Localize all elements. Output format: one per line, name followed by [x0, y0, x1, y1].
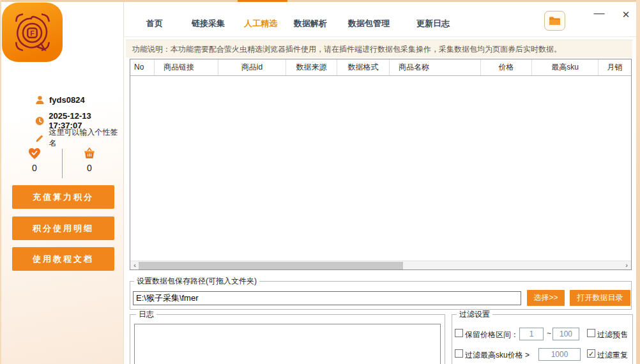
tab-manual-pick[interactable]: 人工精选 — [243, 16, 278, 31]
price-min-input[interactable] — [519, 328, 544, 340]
favorites-icon[interactable] — [20, 148, 49, 162]
scroll-left-arrow[interactable]: ‹ — [130, 261, 139, 269]
basket-icon[interactable] — [75, 148, 103, 162]
data-table: No 商品链接 商品id 数据来源 数据格式 商品名称 价格 最高sku 月销 … — [130, 59, 632, 270]
h-scrollbar[interactable]: ‹ › — [130, 261, 631, 269]
filter-legend: 过滤设置 — [457, 310, 492, 319]
log-textarea[interactable] — [134, 324, 441, 364]
col-max-sku[interactable]: 最高sku — [532, 59, 598, 75]
col-id[interactable]: 商品id — [218, 59, 286, 75]
table-header: No 商品链接 商品id 数据来源 数据格式 商品名称 价格 最高sku 月销 — [130, 59, 631, 76]
tutorial-button[interactable]: 使用教程文档 — [12, 247, 114, 271]
col-name[interactable]: 商品名称 — [390, 59, 481, 75]
notice-bar: 功能说明：本功能需要配合萤火虫精选浏览器插件使用，请在插件端进行数据包采集操作，… — [126, 40, 632, 57]
app-window: 向风萤火虫精选 F — [0, 0, 640, 364]
scroll-right-arrow[interactable]: › — [622, 261, 631, 269]
choose-button[interactable]: 选择>> — [527, 290, 565, 306]
window-right-border — [636, 0, 640, 364]
favorites-count: 0 — [20, 163, 49, 173]
sku-checkbox[interactable] — [455, 349, 463, 358]
filter-row-2: 过滤最高sku价格 > 过滤重复 — [452, 347, 632, 361]
open-dir-button[interactable]: 打开数据目录 — [570, 290, 630, 306]
points-detail-button[interactable]: 积分使用明细 — [12, 216, 114, 240]
path-fieldset: 设置数据包保存路径(可拖入文件夹) 选择>> 打开数据目录 — [130, 281, 632, 310]
keep-price-checkbox[interactable] — [455, 329, 463, 337]
col-link[interactable]: 商品链接 — [155, 59, 218, 75]
tab-data-parse[interactable]: 数据解析 — [293, 16, 328, 31]
log-fieldset: 日志 — [130, 314, 445, 364]
tab-changelog[interactable]: 更新日志 — [415, 16, 451, 31]
duplicate-checkbox[interactable] — [587, 349, 595, 358]
presale-label: 过滤预售 — [597, 330, 628, 340]
path-legend: 设置数据包保存路径(可拖入文件夹) — [134, 277, 259, 285]
col-price[interactable]: 价格 — [481, 59, 532, 75]
tab-package-mgmt[interactable]: 数据包管理 — [347, 16, 391, 31]
duplicate-label: 过滤重复 — [597, 350, 628, 361]
user-icon — [35, 95, 45, 105]
minimize-button[interactable]: — — [589, 6, 609, 24]
sidebar: 向风萤火虫精选 F — [1, 2, 124, 364]
recharge-button[interactable]: 充值算力积分 — [12, 185, 114, 209]
close-icon: ✕ — [622, 9, 630, 20]
price-range-separator: ~ — [547, 329, 551, 338]
price-max-input[interactable] — [552, 328, 579, 340]
keep-price-label: 保留价格区间： — [465, 330, 519, 340]
sku-label: 过滤最高sku价格 > — [465, 350, 530, 361]
tab-home[interactable]: 首页 — [145, 16, 164, 31]
navbar: 首页 链接采集 人工精选 数据解析 数据包管理 更新日志 — ✕ — [124, 2, 636, 37]
path-input[interactable] — [133, 291, 521, 305]
main-area: 首页 链接采集 人工精选 数据解析 数据包管理 更新日志 — ✕ 功能说明：本功… — [124, 2, 636, 364]
tab-link-collect[interactable]: 链接采集 — [190, 16, 226, 31]
col-monthly[interactable]: 月销 — [598, 59, 631, 75]
clock-icon — [35, 116, 44, 126]
minimize-icon: — — [594, 7, 605, 19]
signature-row[interactable]: 这里可以输入个性签名 — [35, 127, 123, 149]
sku-price-input[interactable] — [538, 348, 581, 361]
scroll-thumb[interactable] — [139, 262, 403, 269]
filter-fieldset: 过滤设置 保留价格区间： ~ 过滤预售 过滤最高sku价格 > 过滤重复 — [452, 314, 633, 364]
presale-checkbox[interactable] — [587, 329, 595, 337]
log-legend: 日志 — [136, 310, 156, 319]
svg-text:F: F — [30, 29, 34, 37]
col-format[interactable]: 数据格式 — [337, 59, 390, 75]
username: fyds0824 — [49, 95, 85, 105]
counter-divider — [62, 149, 63, 178]
filter-row-1: 保留价格区间： ~ 过滤预售 — [452, 326, 632, 340]
col-source[interactable]: 数据来源 — [286, 59, 337, 75]
pencil-icon — [35, 133, 45, 143]
app-logo-icon: F — [1, 2, 63, 63]
user-row: fyds0824 — [35, 95, 85, 105]
basket-count: 0 — [75, 163, 103, 173]
col-no[interactable]: No — [130, 59, 155, 75]
folder-icon — [549, 16, 561, 26]
close-button[interactable]: ✕ — [616, 5, 636, 24]
signature-text: 这里可以输入个性签名 — [49, 127, 123, 149]
folder-button[interactable] — [544, 11, 565, 31]
table-body — [130, 76, 631, 252]
